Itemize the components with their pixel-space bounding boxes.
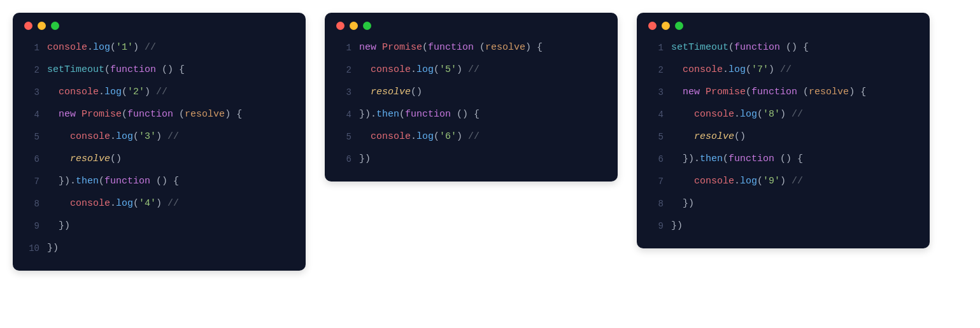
token-punct: ( [757,109,763,120]
token-keyword: function [751,87,797,97]
token-punct: ( [434,131,439,142]
minimize-icon[interactable] [38,22,46,30]
token-punct: ) [769,64,780,75]
token-punct: }). [359,109,376,120]
code-line: 4 new Promise(function (resolve) { [22,103,293,125]
minimize-icon[interactable] [350,22,358,30]
token-string: '7' [751,64,769,75]
code-line: 3 console.log('2') // [22,81,293,103]
token-punct: ( [99,176,104,187]
token-punct: () { [774,153,803,164]
code-line: 1console.log('1') // [22,36,293,59]
line-content: console.log('3') // [47,131,179,142]
token-string: '3' [139,131,156,142]
token-obj: Promise [706,87,746,97]
token-punct: ( [746,87,751,97]
code-line: 9 }) [22,215,293,237]
token-punct: () [110,153,122,164]
code-line: 5 console.log('6') // [334,125,605,148]
line-number: 8 [646,199,664,209]
code-line: 3 resolve() [334,81,605,103]
token-punct: }) [683,198,694,209]
line-content: }).then(function () { [359,109,479,120]
code-line: 2 console.log('5') // [334,59,605,81]
token-punct: ( [122,109,127,120]
line-content: new Promise(function (resolve) { [671,87,866,97]
token-plain [376,42,382,53]
line-number: 3 [22,87,39,97]
token-comment: // [792,109,803,120]
line-content: console.log('4') // [47,198,179,209]
line-number: 3 [334,87,352,97]
token-call: resolve [70,153,110,164]
close-icon[interactable] [24,22,32,30]
token-punct: ) [780,109,792,120]
code-line: 1new Promise(function (resolve) { [334,36,605,59]
token-punct: ( [399,109,405,120]
line-number: 9 [646,221,664,231]
line-content: setTimeout(function () { [671,42,809,53]
code-block-2: 1new Promise(function (resolve) {2 conso… [325,13,618,182]
token-comment: // [780,64,792,75]
line-content: console.log('7') // [671,64,792,75]
code-line: 6 }).then(function () { [646,148,917,170]
token-punct: . [411,64,416,75]
code-lines: 1console.log('1') //2setTimeout(function… [13,36,306,259]
maximize-icon[interactable] [363,22,371,30]
token-string: '4' [139,198,156,209]
token-keyword: function [728,153,774,164]
line-number: 2 [22,65,39,75]
token-punct: ( [797,87,809,97]
line-number: 6 [22,154,39,164]
maximize-icon[interactable] [51,22,59,30]
token-comment: // [468,64,479,75]
token-obj: Promise [82,109,122,120]
token-punct: . [411,131,416,142]
token-obj: console [70,131,110,142]
token-obj: Promise [382,42,422,53]
token-punct: . [99,87,104,97]
token-punct: ( [104,64,110,75]
code-line: 4}).then(function () { [334,103,605,125]
line-content: }) [671,198,694,209]
token-keyword: function [405,109,451,120]
close-icon[interactable] [336,22,344,30]
line-content: new Promise(function (resolve) { [359,42,543,53]
token-param: resolve [809,87,849,97]
maximize-icon[interactable] [675,22,683,30]
token-string: '2' [127,87,145,97]
token-punct: . [110,131,116,142]
code-line: 6}) [334,148,605,170]
token-comment: // [167,131,179,142]
token-plain [700,87,706,97]
line-content: console.log('9') // [671,176,803,187]
line-content: setTimeout(function () { [47,64,185,75]
token-punct: ( [434,64,439,75]
token-comment: // [145,42,156,53]
minimize-icon[interactable] [662,22,670,30]
line-number: 1 [646,43,664,53]
token-punct: ( [133,198,139,209]
line-content: }) [671,220,683,231]
traffic-lights [637,13,930,36]
close-icon[interactable] [648,22,657,30]
token-punct: ) { [225,109,242,120]
token-obj: console [371,64,411,75]
token-punct: ) [457,131,468,142]
token-call: resolve [371,87,411,97]
code-block-3: 1setTimeout(function () {2 console.log('… [637,13,930,248]
token-method: log [416,64,434,75]
code-line: 7 console.log('9') // [646,170,917,192]
token-keyword: new [359,42,376,53]
code-line: 5 resolve() [646,125,917,148]
line-number: 7 [22,176,39,187]
code-line: 2 console.log('7') // [646,59,917,81]
token-punct: ( [110,42,116,53]
line-content: console.log('8') // [671,109,803,120]
code-line: 10}) [22,237,293,259]
line-number: 8 [22,199,39,209]
line-number: 6 [646,154,664,164]
line-content: console.log('5') // [359,64,479,75]
token-method: log [740,176,757,187]
token-keyword: new [59,109,76,120]
